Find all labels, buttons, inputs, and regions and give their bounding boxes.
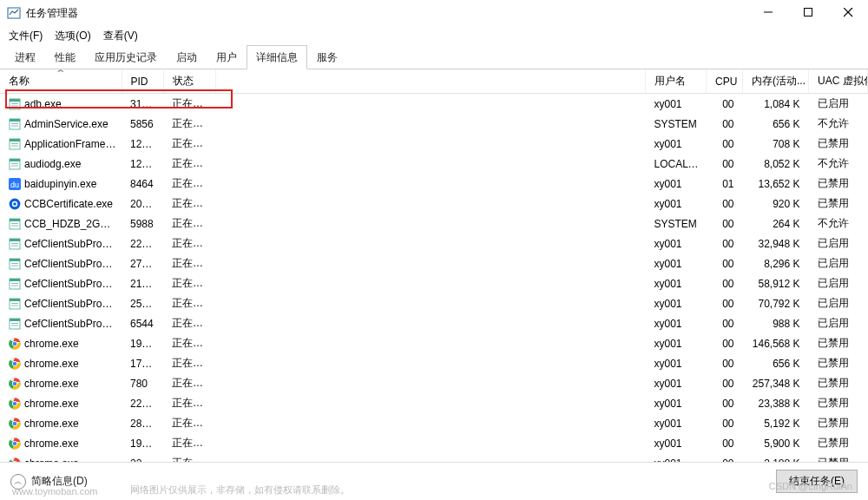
cell-status: 正在运行 — [163, 94, 215, 115]
svg-point-55 — [13, 361, 17, 365]
table-row[interactable]: chrome.exe19984正在运行xy00100146,568 K已禁用 — [0, 333, 868, 353]
cell-name: CCB_HDZB_2G_Dev... — [0, 214, 122, 234]
cell-spacer — [215, 333, 646, 353]
cell-cpu: 00 — [707, 234, 743, 253]
svg-rect-2 — [805, 9, 812, 16]
tab-0[interactable]: 进程 — [5, 45, 45, 69]
cell-mem: 70,792 K — [743, 293, 809, 313]
col-cpu[interactable]: CPU — [707, 69, 743, 94]
col-user[interactable]: 用户名 — [646, 69, 707, 94]
cell-status: 正在运行 — [163, 174, 215, 194]
tab-1[interactable]: 性能 — [45, 45, 85, 69]
svg-rect-44 — [11, 303, 18, 304]
svg-rect-10 — [10, 119, 20, 122]
table-row[interactable]: chrome.exe19500正在运行xy001005,900 K已禁用 — [0, 433, 868, 453]
cell-cpu: 00 — [707, 94, 743, 115]
table-row[interactable]: chrome.exe17912正在运行xy00100656 K已禁用 — [0, 353, 868, 373]
cell-pid: 5856 — [122, 114, 163, 134]
col-uac[interactable]: UAC 虚拟化 — [809, 69, 868, 94]
tab-6[interactable]: 服务 — [307, 45, 347, 69]
cell-pid: 21816 — [122, 273, 163, 293]
svg-rect-32 — [11, 243, 18, 244]
cell-mem: 708 K — [743, 134, 809, 154]
cell-uac: 已启用 — [809, 234, 868, 253]
svg-rect-43 — [10, 299, 20, 301]
cell-mem: 5,192 K — [743, 413, 809, 433]
table-row[interactable]: chrome.exe780正在运行xy00100257,348 K已禁用 — [0, 373, 868, 393]
table-row[interactable]: ApplicationFrameH...12324正在运行xy00100708 … — [0, 134, 868, 154]
cell-user: xy001 — [646, 253, 707, 273]
cell-name: CefClientSubProce... — [0, 273, 122, 293]
col-spacer[interactable] — [215, 69, 646, 94]
close-button[interactable] — [828, 0, 868, 24]
cell-cpu: 00 — [707, 134, 743, 154]
table-row[interactable]: chrome.exe22116正在运行xy0010023,388 K已禁用 — [0, 393, 868, 413]
tab-4[interactable]: 用户 — [207, 45, 247, 69]
tab-3[interactable]: 启动 — [167, 45, 207, 69]
table-row[interactable]: audiodg.exe12768正在运行LOCAL SE...008,052 K… — [0, 154, 868, 174]
table-row[interactable]: CefClientSubProce...22952正在运行xy0010032,9… — [0, 234, 868, 253]
cell-pid: 28768 — [122, 413, 163, 433]
table-row[interactable]: CCBCertificate.exe20672正在运行xy00100920 K已… — [0, 194, 868, 214]
cell-spacer — [215, 433, 646, 453]
watermark-right: CSDN @LingRuiAn — [769, 481, 852, 491]
cell-status: 正在运行 — [163, 273, 215, 293]
maximize-button[interactable] — [788, 0, 828, 24]
minimize-button[interactable] — [748, 0, 788, 24]
svg-rect-48 — [11, 323, 18, 324]
table-row[interactable]: CefClientSubProce...27940正在运行xy001008,29… — [0, 253, 868, 273]
cell-pid: 6544 — [122, 313, 163, 333]
cell-user: xy001 — [646, 174, 707, 194]
table-row[interactable]: dubaidupinyin.exe8464正在运行xy0010113,652 K… — [0, 174, 868, 194]
table-row[interactable]: AdminService.exe5856正在运行SYSTEM00656 K不允许 — [0, 114, 868, 134]
table-row[interactable]: CefClientSubProce...6544正在运行xy00100988 K… — [0, 313, 868, 333]
cell-uac: 不允许 — [809, 114, 868, 134]
col-mem[interactable]: 内存(活动... — [743, 69, 809, 94]
cell-cpu: 00 — [707, 293, 743, 313]
svg-rect-11 — [11, 123, 18, 124]
cell-status: 正在运行 — [163, 214, 215, 234]
cell-pid: 27940 — [122, 253, 163, 273]
cell-uac: 不允许 — [809, 154, 868, 174]
cell-uac: 已启用 — [809, 94, 868, 115]
cell-pid: 19500 — [122, 433, 163, 453]
cell-name: chrome.exe — [0, 333, 122, 353]
process-icon — [9, 298, 21, 310]
window-controls — [748, 0, 868, 24]
tab-2[interactable]: 应用历史记录 — [85, 45, 167, 69]
cell-user: SYSTEM — [646, 214, 707, 234]
cell-user: LOCAL SE... — [646, 154, 707, 174]
col-pid[interactable]: PID — [122, 69, 163, 94]
table-row[interactable]: CefClientSubProce...21816正在运行xy0010058,9… — [0, 273, 868, 293]
tab-5[interactable]: 详细信息 — [247, 45, 307, 69]
cell-pid: 20672 — [122, 194, 163, 214]
cell-uac: 已禁用 — [809, 353, 868, 373]
tabs: 进程性能应用历史记录启动用户详细信息服务 — [0, 45, 868, 69]
cell-user: xy001 — [646, 194, 707, 214]
cell-user: xy001 — [646, 293, 707, 313]
col-status[interactable]: 状态 — [163, 69, 215, 94]
cell-name: chrome.exe — [0, 373, 122, 393]
cell-spacer — [215, 134, 646, 154]
cell-uac: 已启用 — [809, 293, 868, 313]
cell-spacer — [215, 253, 646, 273]
col-name[interactable]: 名称 — [0, 69, 122, 94]
process-icon — [9, 238, 21, 250]
table-row[interactable]: adb.exe31800正在运行xy001001,084 K已启用 — [0, 94, 868, 115]
cell-cpu: 00 — [707, 214, 743, 234]
svg-rect-16 — [11, 145, 18, 146]
cell-name: CCBCertificate.exe — [0, 194, 122, 214]
menu-options[interactable]: 选项(O) — [55, 29, 90, 43]
cell-name: adb.exe — [0, 94, 122, 115]
menubar: 文件(F) 选项(O) 查看(V) — [0, 26, 868, 45]
cell-user: xy001 — [646, 234, 707, 253]
table-row[interactable]: CefClientSubProce...25292正在运行xy0010070,7… — [0, 293, 868, 313]
process-table-wrap: 名称 PID 状态 用户名 CPU 内存(活动... UAC 虚拟化 adb.e… — [0, 69, 868, 500]
table-row[interactable]: chrome.exe28768正在运行xy001005,192 K已禁用 — [0, 413, 868, 433]
table-row[interactable]: CCB_HDZB_2G_Dev...5988正在运行SYSTEM00264 K不… — [0, 214, 868, 234]
cell-mem: 58,912 K — [743, 273, 809, 293]
menu-view[interactable]: 查看(V) — [103, 29, 138, 43]
cell-mem: 264 K — [743, 214, 809, 234]
menu-file[interactable]: 文件(F) — [9, 29, 43, 43]
cell-spacer — [215, 114, 646, 134]
